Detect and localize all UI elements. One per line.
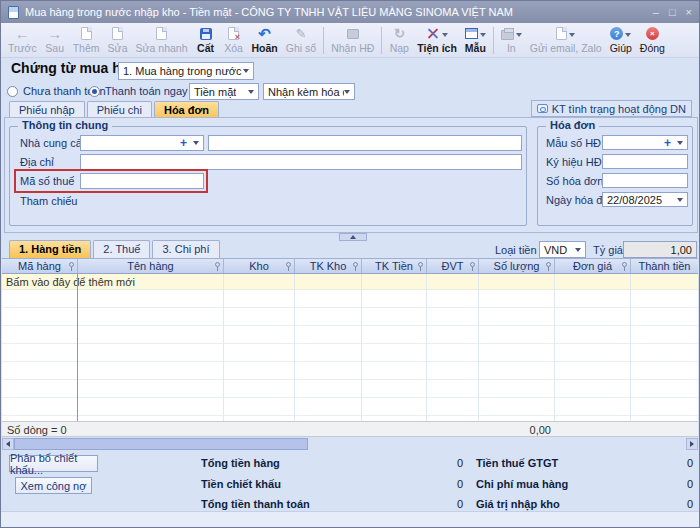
- pin-icon[interactable]: [622, 262, 627, 267]
- save-button[interactable]: Cất: [192, 25, 220, 57]
- column-header-so-luong[interactable]: Số lượng: [479, 259, 555, 273]
- template-button[interactable]: Mẫu: [461, 25, 490, 57]
- column-header-ma-hang[interactable]: Mã hàng: [2, 259, 78, 273]
- pin-icon[interactable]: [215, 262, 220, 267]
- invoice-serial-input[interactable]: [602, 154, 688, 169]
- add-new-icon[interactable]: [664, 138, 671, 148]
- horizontal-scrollbar[interactable]: [2, 438, 698, 450]
- scroll-left-button[interactable]: [2, 438, 14, 450]
- chevron-up-icon: [350, 235, 356, 239]
- discount-label: Tiền chiết khấu: [201, 478, 281, 490]
- exchange-rate-input[interactable]: 1,00: [623, 241, 697, 258]
- minimize-icon[interactable]: [653, 6, 659, 18]
- tab-thue[interactable]: 2. Thuế: [93, 240, 150, 258]
- refresh-icon: [394, 27, 405, 41]
- help-icon: [610, 27, 623, 40]
- save-icon: [200, 28, 212, 40]
- prev-button[interactable]: Trước: [4, 25, 41, 57]
- column-header-thanh-tien[interactable]: Thành tiền: [631, 259, 698, 273]
- vat-value: 0: [601, 457, 693, 469]
- payment-method-select[interactable]: Tiền mặt: [189, 83, 259, 100]
- column-header-don-gia[interactable]: Đơn giá: [555, 259, 631, 273]
- pin-icon[interactable]: [286, 262, 291, 267]
- undo-button[interactable]: Hoãn: [248, 25, 282, 57]
- pin-icon[interactable]: [353, 262, 358, 267]
- arrow-right-icon: [47, 26, 62, 41]
- view-debt-button[interactable]: Xem công nợ: [15, 477, 92, 494]
- help-button[interactable]: Giúp: [606, 25, 636, 57]
- tab-hang-tien[interactable]: 1. Hàng tiền: [9, 240, 91, 258]
- allocate-discount-button[interactable]: Phân bổ chiết khấu...: [9, 455, 98, 472]
- pin-icon[interactable]: [418, 262, 423, 267]
- column-header-dvt[interactable]: ĐVT: [427, 259, 479, 273]
- next-button[interactable]: Sau: [41, 25, 69, 57]
- receive-invoice-icon: [347, 29, 359, 39]
- delete-button[interactable]: Xóa: [220, 25, 248, 57]
- currency-select[interactable]: VND: [539, 241, 586, 258]
- chevron-down-icon: [677, 198, 683, 202]
- close-window-button[interactable]: Đóng: [636, 25, 669, 57]
- supplier-name-input[interactable]: [208, 135, 522, 151]
- invoice-option-select[interactable]: Nhận kèm hóa đơn: [263, 83, 355, 100]
- edit-button[interactable]: Sửa: [104, 25, 132, 57]
- invoice-info-group: Hóa đơn Mẫu số HĐ Ký hiệu HĐ Số hóa đơn …: [537, 126, 693, 226]
- new-document-icon: [81, 27, 92, 40]
- post-button[interactable]: Ghi sổ: [282, 25, 320, 57]
- check-status-icon: [537, 104, 548, 113]
- invoice-date-picker[interactable]: 22/08/2025: [602, 192, 688, 207]
- toolbar: Trước Sau Thêm Sửa Sửa nhanh Cất Xóa Ho: [1, 23, 699, 58]
- add-new-icon[interactable]: [180, 138, 187, 148]
- radio-icon: [7, 86, 18, 97]
- receive-invoice-button[interactable]: Nhận HĐ: [327, 25, 378, 57]
- maximize-icon[interactable]: [669, 6, 676, 18]
- tab-chi-phi[interactable]: 3. Chi phí: [152, 240, 219, 258]
- invoice-number-input[interactable]: [602, 173, 688, 188]
- tax-code-label: Mã số thuế: [20, 175, 74, 187]
- arrow-left-icon: [15, 26, 30, 41]
- purchase-voucher-window: Mua hàng trong nước nhập kho - Tiền mặt …: [0, 0, 700, 528]
- purchase-cost-value: 0: [601, 478, 693, 490]
- column-header-tk-tien[interactable]: TK Tiền: [362, 259, 427, 273]
- arrow-left-icon: [6, 441, 10, 447]
- grid-empty-rows[interactable]: [2, 290, 698, 421]
- quick-edit-icon: [156, 27, 167, 40]
- column-header-kho[interactable]: Kho: [224, 259, 295, 273]
- toolbar-separator: [381, 27, 382, 54]
- scrollbar-thumb[interactable]: [14, 438, 308, 450]
- chevron-down-icon: [248, 90, 254, 94]
- tax-code-input[interactable]: [80, 173, 204, 189]
- close-red-icon: [646, 27, 659, 40]
- email-zalo-button[interactable]: Gửi email, Zalo: [526, 25, 606, 57]
- invoice-template-combo[interactable]: [602, 135, 688, 150]
- doc-type-select[interactable]: 1. Mua hàng trong nước nhập kho: [118, 62, 254, 80]
- pin-icon[interactable]: [546, 262, 551, 267]
- supplier-code-combo[interactable]: [80, 135, 204, 151]
- utilities-button[interactable]: Tiện ích: [413, 25, 460, 57]
- column-header-tk-kho[interactable]: TK Kho: [295, 259, 362, 273]
- address-input[interactable]: [80, 154, 522, 170]
- chevron-down-icon: [677, 141, 683, 145]
- print-button[interactable]: In: [497, 25, 526, 57]
- group-title: Thông tin chung: [18, 119, 112, 131]
- stock-in-value-value: 0: [601, 498, 693, 510]
- column-divider: [361, 274, 362, 437]
- load-button[interactable]: Nạp: [385, 25, 413, 57]
- grid-summary-row: Số dòng = 0 0,00: [2, 421, 698, 437]
- collapse-panel-button[interactable]: [339, 233, 367, 241]
- group-title: Hóa đơn: [546, 119, 599, 131]
- chevron-down-icon: [569, 33, 575, 37]
- fixed-column-divider[interactable]: [77, 274, 78, 437]
- pin-icon[interactable]: [69, 262, 74, 267]
- add-button[interactable]: Thêm: [69, 25, 104, 57]
- quick-edit-button[interactable]: Sửa nhanh: [132, 25, 192, 57]
- scroll-right-button[interactable]: [686, 438, 698, 450]
- supplier-label: Nhà cung cấp: [20, 137, 88, 149]
- add-new-row[interactable]: Bấm vào đây để thêm mới: [2, 274, 698, 290]
- kt-status-check-button[interactable]: KT tình trạng hoạt động DN: [531, 100, 692, 117]
- column-divider: [294, 274, 295, 437]
- close-icon[interactable]: [686, 6, 692, 18]
- column-header-ten-hang[interactable]: Tên hàng: [78, 259, 224, 273]
- radio-pay-now[interactable]: Thanh toán ngay: [89, 84, 188, 98]
- total-payment-label: Tổng tiền thanh toán: [201, 498, 310, 510]
- pin-icon[interactable]: [470, 262, 475, 267]
